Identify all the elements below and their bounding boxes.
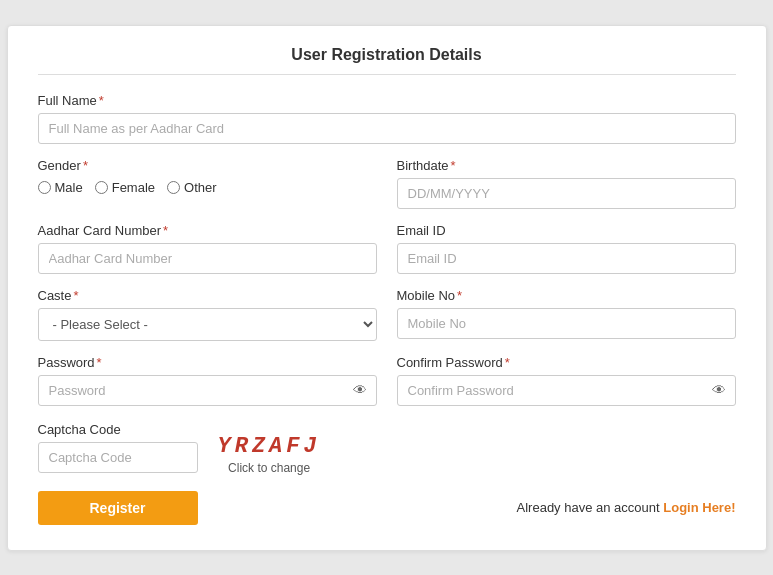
bottom-row: Register Already have an account Login H… <box>38 491 736 525</box>
gender-female-label: Female <box>112 180 155 195</box>
password-group: Password* 👁︎ <box>38 355 377 406</box>
gender-male-option[interactable]: Male <box>38 180 83 195</box>
captcha-change-link[interactable]: Click to change <box>228 461 310 475</box>
mobile-input[interactable] <box>397 308 736 339</box>
captcha-label: Captcha Code <box>38 422 198 437</box>
captcha-input-group: Captcha Code <box>38 422 198 473</box>
login-here-link[interactable]: Login Here! <box>663 500 735 515</box>
gender-male-label: Male <box>55 180 83 195</box>
aadhar-group: Aadhar Card Number* <box>38 223 377 274</box>
login-prompt: Already have an account Login Here! <box>517 500 736 515</box>
password-row: Password* 👁︎ Confirm Password* 👁︎ <box>38 355 736 406</box>
captcha-row: Captcha Code YRZAFJ Click to change <box>38 420 736 475</box>
gender-other-option[interactable]: Other <box>167 180 217 195</box>
aadhar-label: Aadhar Card Number* <box>38 223 377 238</box>
aadhar-email-row: Aadhar Card Number* Email ID <box>38 223 736 274</box>
registration-form: User Registration Details Full Name* Gen… <box>7 25 767 551</box>
captcha-input[interactable] <box>38 442 198 473</box>
full-name-row: Full Name* <box>38 93 736 144</box>
full-name-input[interactable] <box>38 113 736 144</box>
form-title: User Registration Details <box>38 46 736 75</box>
caste-label: Caste* <box>38 288 377 303</box>
confirm-password-group: Confirm Password* 👁︎ <box>397 355 736 406</box>
email-group: Email ID <box>397 223 736 274</box>
gender-female-option[interactable]: Female <box>95 180 155 195</box>
register-button[interactable]: Register <box>38 491 198 525</box>
confirm-password-wrapper: 👁︎ <box>397 375 736 406</box>
password-label: Password* <box>38 355 377 370</box>
birthdate-input[interactable] <box>397 178 736 209</box>
captcha-display[interactable]: YRZAFJ Click to change <box>218 434 321 475</box>
login-prompt-text: Already have an account <box>517 500 660 515</box>
mobile-group: Mobile No* <box>397 288 736 341</box>
gender-other-radio[interactable] <box>167 181 180 194</box>
email-input[interactable] <box>397 243 736 274</box>
gender-label: Gender* <box>38 158 377 173</box>
gender-other-label: Other <box>184 180 217 195</box>
gender-female-radio[interactable] <box>95 181 108 194</box>
birthdate-label: Birthdate* <box>397 158 736 173</box>
caste-select[interactable]: - Please Select - General OBC SC ST <box>38 308 377 341</box>
confirm-password-label: Confirm Password* <box>397 355 736 370</box>
password-input[interactable] <box>38 375 377 406</box>
caste-group: Caste* - Please Select - General OBC SC … <box>38 288 377 341</box>
birthdate-group: Birthdate* <box>397 158 736 209</box>
aadhar-input[interactable] <box>38 243 377 274</box>
password-wrapper: 👁︎ <box>38 375 377 406</box>
email-label: Email ID <box>397 223 736 238</box>
mobile-label: Mobile No* <box>397 288 736 303</box>
password-toggle-icon[interactable]: 👁︎ <box>353 382 367 398</box>
gender-options: Male Female Other <box>38 180 377 200</box>
gender-birthdate-row: Gender* Male Female Other Birthdate* <box>38 158 736 209</box>
full-name-label: Full Name* <box>38 93 736 108</box>
confirm-password-input[interactable] <box>397 375 736 406</box>
confirm-password-toggle-icon[interactable]: 👁︎ <box>712 382 726 398</box>
gender-male-radio[interactable] <box>38 181 51 194</box>
captcha-image-text: YRZAFJ <box>218 434 321 459</box>
caste-mobile-row: Caste* - Please Select - General OBC SC … <box>38 288 736 341</box>
gender-group: Gender* Male Female Other <box>38 158 377 209</box>
full-name-group: Full Name* <box>38 93 736 144</box>
